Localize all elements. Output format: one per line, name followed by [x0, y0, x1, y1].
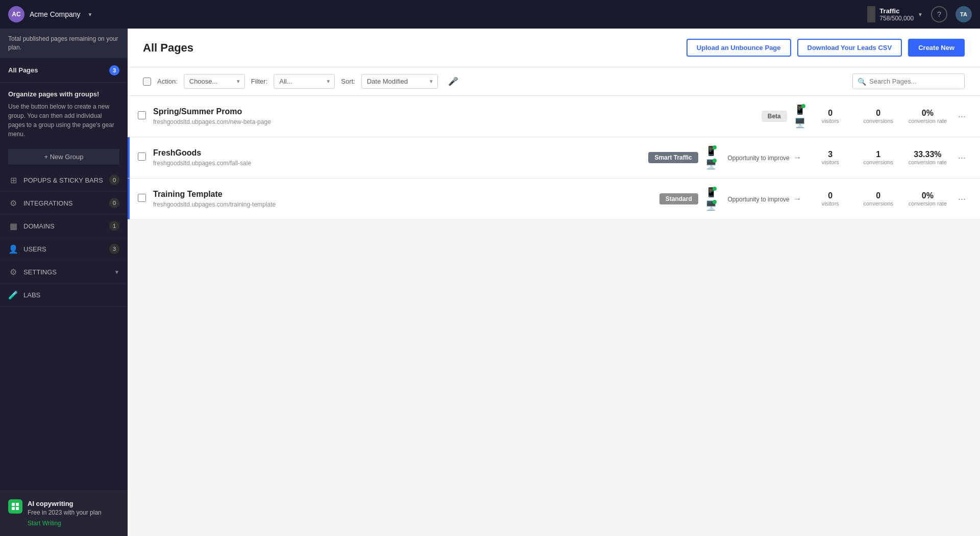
page-name-2: FreshGoods [153, 148, 641, 158]
ai-promo-title: AI copywriting [28, 499, 102, 508]
action-select-wrapper[interactable]: Choose... ▼ [184, 74, 245, 89]
domains-label: DOMAINS [23, 222, 104, 230]
row-checkbox-1[interactable] [138, 111, 146, 121]
ai-promo-cta[interactable]: Start Writing [28, 519, 102, 528]
more-menu-button-3[interactable]: ··· [954, 192, 970, 207]
table-row: Training Template freshgoodsltd.ubpages.… [128, 178, 980, 220]
page-info-3: Training Template freshgoodsltd.ubpages.… [153, 190, 652, 208]
select-all-checkbox[interactable] [143, 78, 151, 86]
more-menu-button-2[interactable]: ··· [954, 150, 970, 165]
page-info-1: Spring/Summer Promo freshgoodsltd.ubpage… [153, 107, 754, 125]
search-wrapper: 🔍 [852, 73, 965, 89]
svg-rect-3 [16, 507, 19, 510]
mobile-icon-2: 📱 [705, 145, 717, 157]
desktop-icon-2: 🖥️ [705, 159, 717, 170]
main-content: All Pages Upload an Unbounce Page Downlo… [128, 29, 980, 536]
page-name-3: Training Template [153, 190, 652, 199]
ai-promo-subtitle: Free in 2023 with your plan [28, 509, 102, 516]
sidebar-item-settings[interactable]: ⚙ SETTINGS ▼ [0, 261, 128, 284]
page-url-2: freshgoodsltd.ubpages.com/fall-sale [153, 160, 641, 167]
search-input[interactable] [852, 73, 965, 89]
sidebar-item-integrations[interactable]: ⚙ INTEGRATIONS 0 [0, 192, 128, 215]
sidebar-item-users[interactable]: 👤 USERS 3 [0, 238, 128, 261]
traffic-text: Traffic 758/500,000 [879, 7, 914, 22]
traffic-bar-icon [867, 6, 875, 22]
sidebar-item-labs[interactable]: 🧪 LABS [0, 284, 128, 307]
conversions-stat-3: 0 conversions [861, 191, 896, 207]
sidebar-notice: Total published pages remaining on your … [0, 29, 128, 58]
help-icon[interactable]: ? [931, 6, 947, 22]
ai-promo-section: AI copywriting Free in 2023 with your pl… [0, 491, 128, 536]
domains-badge: 1 [109, 221, 119, 231]
company-name: Acme Company [30, 10, 81, 18]
domains-icon: ▦ [8, 221, 18, 231]
all-pages-badge: 3 [109, 65, 119, 75]
page-tag-3[interactable]: Standard [659, 193, 698, 205]
settings-dropdown-icon: ▼ [114, 269, 119, 275]
page-stats-3: 0 visitors 0 conversions 0% conversion r… [813, 191, 947, 207]
conversion-rate-stat-3: 0% conversion rate [909, 191, 947, 207]
filter-select-wrapper[interactable]: All... ▼ [274, 74, 335, 89]
action-select[interactable]: Choose... [184, 74, 245, 89]
download-leads-button[interactable]: Download Your Leads CSV [797, 39, 902, 57]
page-tag-2[interactable]: Smart Traffic [648, 152, 698, 163]
sidebar: Total published pages remaining on your … [0, 29, 128, 536]
svg-rect-2 [12, 507, 15, 510]
more-menu-button-1[interactable]: ··· [954, 109, 970, 124]
row-accent-2 [128, 137, 130, 178]
page-checkbox-1[interactable] [138, 111, 146, 119]
sort-select-wrapper[interactable]: Date Modified ▼ [361, 74, 438, 89]
upload-unbounce-button[interactable]: Upload an Unbounce Page [687, 39, 791, 57]
traffic-info[interactable]: Traffic 758/500,000 ▼ [867, 6, 923, 22]
filter-select[interactable]: All... [274, 74, 335, 89]
company-avatar: AC [8, 6, 24, 22]
labs-label: LABS [23, 291, 119, 299]
content-header: All Pages Upload an Unbounce Page Downlo… [128, 29, 980, 67]
page-checkbox-2[interactable] [138, 152, 146, 161]
svg-rect-1 [16, 503, 19, 506]
users-label: USERS [23, 245, 104, 253]
page-checkbox-3[interactable] [138, 194, 146, 202]
sidebar-item-popups[interactable]: ⊞ POPUPS & STICKY BARS 0 [0, 169, 128, 192]
create-new-button[interactable]: Create New [908, 39, 965, 57]
sidebar-organize-info: Organize pages with groups! Use the butt… [0, 83, 128, 145]
company-selector[interactable]: AC Acme Company ▼ [8, 6, 93, 22]
mobile-dot-1 [801, 104, 805, 108]
company-dropdown-icon: ▼ [88, 12, 93, 17]
sort-select[interactable]: Date Modified [361, 74, 438, 89]
opportunity-arrow-3: → [793, 194, 801, 203]
opportunity-2: Opportunity to improve → [724, 153, 805, 162]
page-devices-1: 📱 🖥️ [794, 104, 805, 129]
popups-icon: ⊞ [8, 175, 18, 185]
organize-title: Organize pages with groups! [8, 89, 119, 99]
row-accent-1 [128, 96, 130, 137]
main-layout: Total published pages remaining on your … [0, 29, 980, 536]
row-checkbox-3[interactable] [138, 194, 146, 204]
conversion-rate-stat-1: 0% conversion rate [909, 109, 947, 124]
page-info-2: FreshGoods freshgoodsltd.ubpages.com/fal… [153, 148, 641, 167]
conversions-stat-1: 0 conversions [861, 109, 896, 124]
page-url-1: freshgoodsltd.ubpages.com/new-beta-page [153, 118, 754, 125]
page-tag-1[interactable]: Beta [762, 111, 787, 122]
users-icon: 👤 [8, 244, 18, 254]
opportunity-3: Opportunity to improve → [724, 194, 805, 203]
page-name-1: Spring/Summer Promo [153, 107, 754, 116]
desktop-dot-2 [713, 159, 717, 163]
desktop-dot-3 [713, 200, 717, 204]
desktop-icon-3: 🖥️ [705, 200, 717, 211]
page-devices-2: 📱 🖥️ [705, 145, 717, 170]
traffic-dropdown-icon: ▼ [918, 12, 923, 17]
ai-promo: AI copywriting Free in 2023 with your pl… [8, 499, 119, 528]
top-nav-right: Traffic 758/500,000 ▼ ? TA [867, 6, 972, 22]
conversions-stat-2: 1 conversions [861, 150, 896, 165]
integrations-label: INTEGRATIONS [23, 199, 104, 207]
new-group-button[interactable]: + New Group [8, 149, 119, 165]
sidebar-item-domains[interactable]: ▦ DOMAINS 1 [0, 215, 128, 238]
sidebar-all-pages[interactable]: All Pages 3 [0, 58, 128, 83]
row-checkbox-2[interactable] [138, 152, 146, 163]
popups-label: POPUPS & STICKY BARS [23, 176, 104, 184]
labs-icon: 🧪 [8, 290, 18, 300]
select-all-checkbox-container[interactable] [143, 78, 151, 86]
user-avatar[interactable]: TA [955, 6, 972, 22]
mic-icon[interactable]: 🎤 [448, 76, 458, 86]
